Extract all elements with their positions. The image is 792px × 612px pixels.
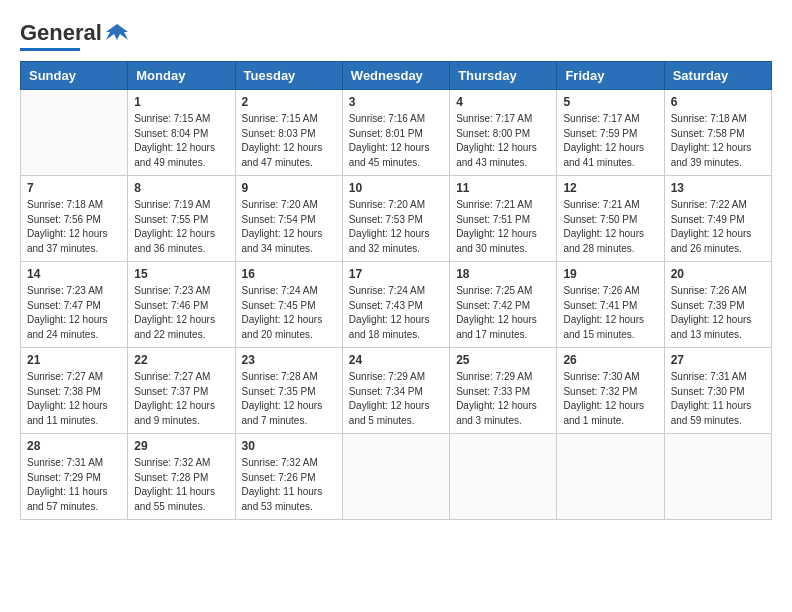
calendar-cell: 1Sunrise: 7:15 AMSunset: 8:04 PMDaylight… [128,90,235,176]
calendar-cell: 3Sunrise: 7:16 AMSunset: 8:01 PMDaylight… [342,90,449,176]
day-content: Sunrise: 7:21 AMSunset: 7:50 PMDaylight:… [563,198,657,256]
day-content: Sunrise: 7:16 AMSunset: 8:01 PMDaylight:… [349,112,443,170]
day-content: Sunrise: 7:23 AMSunset: 7:47 PMDaylight:… [27,284,121,342]
calendar-cell: 25Sunrise: 7:29 AMSunset: 7:33 PMDayligh… [450,348,557,434]
day-number: 22 [134,353,228,367]
calendar-cell: 7Sunrise: 7:18 AMSunset: 7:56 PMDaylight… [21,176,128,262]
day-number: 8 [134,181,228,195]
day-content: Sunrise: 7:30 AMSunset: 7:32 PMDaylight:… [563,370,657,428]
svg-marker-0 [106,24,128,40]
day-number: 13 [671,181,765,195]
calendar-cell: 17Sunrise: 7:24 AMSunset: 7:43 PMDayligh… [342,262,449,348]
day-number: 20 [671,267,765,281]
day-content: Sunrise: 7:19 AMSunset: 7:55 PMDaylight:… [134,198,228,256]
calendar-week-row: 28Sunrise: 7:31 AMSunset: 7:29 PMDayligh… [21,434,772,520]
day-number: 18 [456,267,550,281]
day-number: 3 [349,95,443,109]
calendar-week-row: 1Sunrise: 7:15 AMSunset: 8:04 PMDaylight… [21,90,772,176]
calendar-cell: 11Sunrise: 7:21 AMSunset: 7:51 PMDayligh… [450,176,557,262]
day-number: 7 [27,181,121,195]
day-number: 6 [671,95,765,109]
day-number: 21 [27,353,121,367]
calendar-cell: 2Sunrise: 7:15 AMSunset: 8:03 PMDaylight… [235,90,342,176]
calendar-cell: 14Sunrise: 7:23 AMSunset: 7:47 PMDayligh… [21,262,128,348]
day-content: Sunrise: 7:32 AMSunset: 7:28 PMDaylight:… [134,456,228,514]
logo-bird-icon [106,22,128,44]
day-number: 26 [563,353,657,367]
day-number: 12 [563,181,657,195]
day-content: Sunrise: 7:26 AMSunset: 7:41 PMDaylight:… [563,284,657,342]
calendar-header-thursday: Thursday [450,62,557,90]
day-number: 23 [242,353,336,367]
calendar-cell [450,434,557,520]
calendar-cell: 12Sunrise: 7:21 AMSunset: 7:50 PMDayligh… [557,176,664,262]
day-content: Sunrise: 7:29 AMSunset: 7:34 PMDaylight:… [349,370,443,428]
calendar-cell [21,90,128,176]
calendar-cell: 23Sunrise: 7:28 AMSunset: 7:35 PMDayligh… [235,348,342,434]
day-content: Sunrise: 7:18 AMSunset: 7:56 PMDaylight:… [27,198,121,256]
day-number: 28 [27,439,121,453]
day-content: Sunrise: 7:24 AMSunset: 7:43 PMDaylight:… [349,284,443,342]
day-content: Sunrise: 7:27 AMSunset: 7:38 PMDaylight:… [27,370,121,428]
calendar-header-monday: Monday [128,62,235,90]
calendar-header-tuesday: Tuesday [235,62,342,90]
day-content: Sunrise: 7:21 AMSunset: 7:51 PMDaylight:… [456,198,550,256]
calendar-header-sunday: Sunday [21,62,128,90]
day-content: Sunrise: 7:31 AMSunset: 7:30 PMDaylight:… [671,370,765,428]
day-number: 5 [563,95,657,109]
calendar-cell [342,434,449,520]
day-content: Sunrise: 7:31 AMSunset: 7:29 PMDaylight:… [27,456,121,514]
day-content: Sunrise: 7:23 AMSunset: 7:46 PMDaylight:… [134,284,228,342]
day-content: Sunrise: 7:15 AMSunset: 8:03 PMDaylight:… [242,112,336,170]
day-number: 10 [349,181,443,195]
logo: General [20,20,128,51]
page-header: General [20,20,772,51]
calendar-cell: 5Sunrise: 7:17 AMSunset: 7:59 PMDaylight… [557,90,664,176]
calendar-cell: 24Sunrise: 7:29 AMSunset: 7:34 PMDayligh… [342,348,449,434]
calendar-week-row: 7Sunrise: 7:18 AMSunset: 7:56 PMDaylight… [21,176,772,262]
calendar-cell: 8Sunrise: 7:19 AMSunset: 7:55 PMDaylight… [128,176,235,262]
day-content: Sunrise: 7:20 AMSunset: 7:54 PMDaylight:… [242,198,336,256]
day-content: Sunrise: 7:24 AMSunset: 7:45 PMDaylight:… [242,284,336,342]
day-content: Sunrise: 7:26 AMSunset: 7:39 PMDaylight:… [671,284,765,342]
calendar-cell: 26Sunrise: 7:30 AMSunset: 7:32 PMDayligh… [557,348,664,434]
calendar-cell: 15Sunrise: 7:23 AMSunset: 7:46 PMDayligh… [128,262,235,348]
day-number: 30 [242,439,336,453]
calendar-table: SundayMondayTuesdayWednesdayThursdayFrid… [20,61,772,520]
calendar-week-row: 14Sunrise: 7:23 AMSunset: 7:47 PMDayligh… [21,262,772,348]
day-number: 25 [456,353,550,367]
calendar-cell: 22Sunrise: 7:27 AMSunset: 7:37 PMDayligh… [128,348,235,434]
day-number: 11 [456,181,550,195]
day-number: 17 [349,267,443,281]
day-content: Sunrise: 7:25 AMSunset: 7:42 PMDaylight:… [456,284,550,342]
logo-general-text: General [20,20,102,46]
calendar-cell: 20Sunrise: 7:26 AMSunset: 7:39 PMDayligh… [664,262,771,348]
day-number: 29 [134,439,228,453]
calendar-cell: 10Sunrise: 7:20 AMSunset: 7:53 PMDayligh… [342,176,449,262]
day-content: Sunrise: 7:28 AMSunset: 7:35 PMDaylight:… [242,370,336,428]
calendar-cell: 16Sunrise: 7:24 AMSunset: 7:45 PMDayligh… [235,262,342,348]
day-content: Sunrise: 7:15 AMSunset: 8:04 PMDaylight:… [134,112,228,170]
day-number: 19 [563,267,657,281]
calendar-cell: 6Sunrise: 7:18 AMSunset: 7:58 PMDaylight… [664,90,771,176]
day-number: 27 [671,353,765,367]
calendar-cell: 27Sunrise: 7:31 AMSunset: 7:30 PMDayligh… [664,348,771,434]
calendar-cell [557,434,664,520]
day-content: Sunrise: 7:17 AMSunset: 7:59 PMDaylight:… [563,112,657,170]
calendar-cell: 28Sunrise: 7:31 AMSunset: 7:29 PMDayligh… [21,434,128,520]
day-content: Sunrise: 7:27 AMSunset: 7:37 PMDaylight:… [134,370,228,428]
day-number: 24 [349,353,443,367]
day-content: Sunrise: 7:17 AMSunset: 8:00 PMDaylight:… [456,112,550,170]
day-number: 9 [242,181,336,195]
day-number: 2 [242,95,336,109]
calendar-cell: 21Sunrise: 7:27 AMSunset: 7:38 PMDayligh… [21,348,128,434]
calendar-cell: 9Sunrise: 7:20 AMSunset: 7:54 PMDaylight… [235,176,342,262]
calendar-cell: 19Sunrise: 7:26 AMSunset: 7:41 PMDayligh… [557,262,664,348]
calendar-cell: 29Sunrise: 7:32 AMSunset: 7:28 PMDayligh… [128,434,235,520]
day-content: Sunrise: 7:29 AMSunset: 7:33 PMDaylight:… [456,370,550,428]
calendar-header-row: SundayMondayTuesdayWednesdayThursdayFrid… [21,62,772,90]
day-number: 15 [134,267,228,281]
day-number: 16 [242,267,336,281]
day-content: Sunrise: 7:18 AMSunset: 7:58 PMDaylight:… [671,112,765,170]
day-number: 1 [134,95,228,109]
